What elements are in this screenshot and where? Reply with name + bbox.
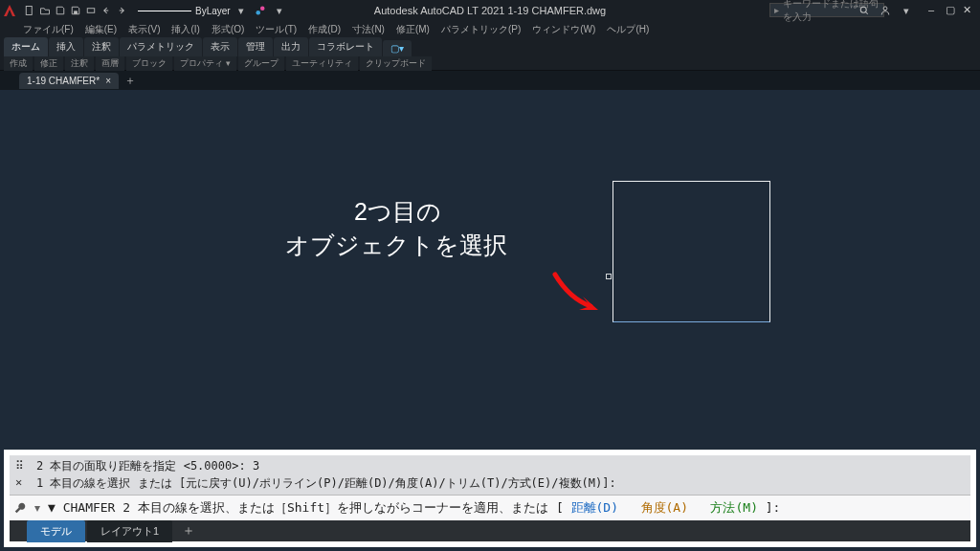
model-tab-bar: モデル レイアウト1 ＋ <box>10 520 970 541</box>
ribbon-tab-bar: ホーム 挿入 注釈 パラメトリック 表示 管理 出力 コラボレート ▢▾ <box>0 38 980 56</box>
file-tab-label: 1-19 CHAMFER* <box>27 76 100 86</box>
annotation-arrow-icon <box>550 270 608 320</box>
cmd-opt-angle[interactable]: 角度(A) <box>641 500 688 515</box>
open-icon[interactable] <box>38 4 52 17</box>
svg-point-2 <box>256 11 260 15</box>
cmd-dropdown-icon[interactable]: ▾ <box>31 501 44 515</box>
ribbon-tab-parametric[interactable]: パラメトリック <box>120 37 202 56</box>
panel-props[interactable]: プロパティ ▾ <box>174 56 236 71</box>
drawing-rectangle[interactable] <box>612 181 770 322</box>
save-icon[interactable] <box>54 4 67 17</box>
menu-file[interactable]: ファイル(F) <box>23 23 74 36</box>
svg-point-4 <box>860 7 866 12</box>
menu-dim[interactable]: 寸法(N) <box>352 23 385 36</box>
match-props-icon[interactable] <box>254 4 267 17</box>
ribbon-tab-view[interactable]: 表示 <box>203 37 237 56</box>
svg-rect-1 <box>87 9 95 13</box>
panel-utility[interactable]: ユーティリティ <box>286 56 358 71</box>
layer-name: ByLayer <box>195 6 231 16</box>
minimize-icon[interactable]: – <box>928 4 942 17</box>
ribbon-tab-manage[interactable]: 管理 <box>238 37 273 56</box>
search-icon[interactable] <box>858 4 871 17</box>
svg-rect-0 <box>26 7 32 15</box>
ribbon-tab-home[interactable]: ホーム <box>4 37 48 56</box>
cmd-prompt-lead: ▼ CHAMFER 2 本目の線を選択、または［Shift］を押しながらコーナー… <box>48 500 564 515</box>
qat-dropdown-icon[interactable]: ▾ <box>273 4 286 17</box>
svg-point-5 <box>883 7 887 11</box>
menu-format[interactable]: 形式(O) <box>212 23 244 36</box>
help-icon[interactable]: ▾ <box>900 4 913 17</box>
panel-modify[interactable]: 修正 <box>34 56 63 71</box>
menu-edit[interactable]: 編集(E) <box>85 23 117 36</box>
menu-view[interactable]: 表示(V) <box>128 23 160 36</box>
file-tab-close-icon[interactable]: × <box>105 76 111 86</box>
file-tab-bar: 1-19 CHAMFER* × ＋ <box>0 71 980 90</box>
wrench-icon[interactable] <box>13 501 27 515</box>
menu-param[interactable]: パラメトリック(P) <box>441 23 521 36</box>
layer-selector[interactable]: ByLayer ▾ <box>138 4 248 17</box>
maximize-icon[interactable]: ▢ <box>946 4 959 17</box>
command-prompt[interactable]: ▼ CHAMFER 2 本目の線を選択、または［Shift］を押しながらコーナー… <box>48 499 967 517</box>
panel-clipboard[interactable]: クリップボード <box>360 56 432 71</box>
menu-help[interactable]: ヘルプ(H) <box>607 23 649 36</box>
ribbon-tab-annotate[interactable]: 注釈 <box>84 37 119 56</box>
window-title: Autodesk AutoCAD LT 2021 1-19 CHAMFER.dw… <box>374 5 606 16</box>
cmd-history-line-2: 1 本目の線を選択 または [元に戻す(U)/ポリライン(P)/距離(D)/角度… <box>36 475 967 492</box>
panel-layers[interactable]: 画層 <box>96 56 124 71</box>
menu-bar: ファイル(F) 編集(E) 表示(V) 挿入(I) 形式(O) ツール(T) 作… <box>0 21 980 38</box>
undo-icon[interactable] <box>100 4 113 17</box>
title-bar: ByLayer ▾ ▾ Autodesk AutoCAD LT 2021 1-1… <box>0 0 980 21</box>
model-tab-add-icon[interactable]: ＋ <box>174 522 203 540</box>
cmd-opt-method[interactable]: 方法(M) <box>710 500 757 515</box>
command-panel: ⠿ ✕ 2 本目の面取り距離を指定 <5.0000>: 3 1 本目の線を選択 … <box>10 455 970 520</box>
panel-block[interactable]: ブロック <box>126 56 172 71</box>
command-panel-callout: ⠿ ✕ 2 本目の面取り距離を指定 <5.0000>: 3 1 本目の線を選択 … <box>4 450 976 547</box>
cmd-prompt-tail: ]: <box>766 500 781 515</box>
quick-access-toolbar <box>23 4 128 17</box>
ribbon-panel-bar: 作成 修正 注釈 画層 ブロック プロパティ ▾ グループ ユーティリティ クリ… <box>0 56 980 71</box>
new-icon[interactable] <box>23 4 36 17</box>
app-logo-icon[interactable] <box>2 3 17 18</box>
panel-annotate[interactable]: 注釈 <box>65 56 94 71</box>
redo-icon[interactable] <box>115 4 128 17</box>
menu-draw[interactable]: 作成(D) <box>308 23 341 36</box>
signin-icon[interactable] <box>879 4 892 17</box>
cmd-opt-distance[interactable]: 距離(D) <box>571 500 618 515</box>
ribbon-tab-apps[interactable]: ▢▾ <box>383 40 412 56</box>
annotation-line1: 2つ目の <box>354 195 441 229</box>
close-icon[interactable]: ✕ <box>963 4 976 17</box>
ribbon-tab-output[interactable]: 出力 <box>274 37 308 56</box>
menu-insert[interactable]: 挿入(I) <box>171 23 199 36</box>
command-history: ⠿ ✕ 2 本目の面取り距離を指定 <5.0000>: 3 1 本目の線を選択 … <box>10 455 970 495</box>
title-right-controls: ▾ – ▢ ✕ <box>858 4 976 17</box>
cmd-history-line-1: 2 本目の面取り距離を指定 <5.0000>: 3 <box>36 458 967 474</box>
command-input-row[interactable]: ▾ ▼ CHAMFER 2 本目の線を選択、または［Shift］を押しながらコー… <box>10 495 970 520</box>
menu-tools[interactable]: ツール(T) <box>256 23 297 36</box>
panel-group[interactable]: グループ <box>238 56 284 71</box>
cmd-close-icon[interactable]: ✕ <box>15 474 29 488</box>
file-tab-active[interactable]: 1-19 CHAMFER* × <box>19 73 119 89</box>
model-tab-layout1[interactable]: レイアウト1 <box>87 520 172 542</box>
cmd-handle-icon[interactable]: ⠿ <box>15 458 29 472</box>
menu-modify[interactable]: 修正(M) <box>396 23 430 36</box>
panel-create[interactable]: 作成 <box>4 56 33 71</box>
saveas-icon[interactable] <box>69 4 82 17</box>
ribbon-tab-collab[interactable]: コラボレート <box>309 37 382 56</box>
model-tab-model[interactable]: モデル <box>27 520 85 542</box>
layer-swatch <box>138 11 191 11</box>
svg-point-3 <box>260 7 265 11</box>
file-tab-add-icon[interactable]: ＋ <box>124 73 136 89</box>
annotation-line2: オブジェクトを選択 <box>285 229 507 262</box>
ribbon-tab-insert[interactable]: 挿入 <box>49 37 83 56</box>
menu-window[interactable]: ウィンドウ(W) <box>532 23 595 36</box>
plot-icon[interactable] <box>84 4 98 17</box>
dropdown-icon[interactable]: ▾ <box>234 4 248 17</box>
